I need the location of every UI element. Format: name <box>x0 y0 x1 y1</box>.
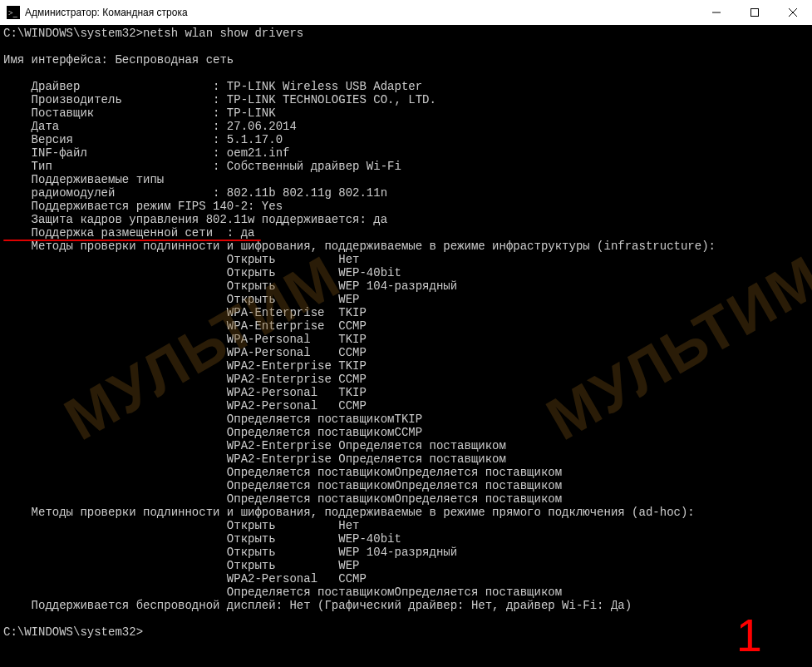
adhoc-line: WPA2-Personal CCMP <box>3 572 367 585</box>
field-inf: INF-файл : oem21.inf <box>3 146 289 160</box>
titlebar[interactable]: >_ Администратор: Командная строка <box>0 0 812 25</box>
close-button[interactable] <box>774 0 812 25</box>
infra-line: WPA-Enterprise CCMP <box>3 319 367 333</box>
infra-line: WPA2-Personal CCMP <box>3 399 367 413</box>
adhoc-line: Открыть WEP <box>3 559 359 572</box>
infra-line: Определяется поставщикомCCMP <box>3 426 422 439</box>
infra-line: WPA2-Enterprise Определяется поставщиком <box>3 439 506 452</box>
field-provider: Поставщик : TP-LINK <box>3 106 276 120</box>
infra-line: Определяется поставщикомTKIP <box>3 413 422 426</box>
watermark: МУЛЬТИМ <box>549 265 812 429</box>
infra-line: Определяется поставщикомОпределяется пос… <box>3 492 562 506</box>
field-date: Дата : 27.06.2014 <box>3 120 297 133</box>
infra-line: Определяется поставщикомОпределяется пос… <box>3 466 562 479</box>
infra-line: Открыть WEP 104-разрядный <box>3 279 457 293</box>
infra-line: WPA2-Enterprise Определяется поставщиком <box>3 452 506 466</box>
field-radios-label: Поддерживаемые типы <box>3 173 164 186</box>
infra-line: Открыть WEP <box>3 293 359 306</box>
infra-header: Методы проверки подлинности и шифрования… <box>3 240 716 253</box>
step-number-overlay: 1 <box>736 629 762 642</box>
wireless-display-line: Поддерживается беспроводной дисплей: Нет… <box>3 599 632 612</box>
adhoc-line: Открыть WEP-40bit <box>3 532 401 546</box>
infra-line: WPA-Personal CCMP <box>3 346 367 359</box>
adhoc-line: Открыть WEP 104-разрядный <box>3 546 457 559</box>
window-title: Администратор: Командная строка <box>25 7 188 18</box>
adhoc-line: Определяется поставщикомОпределяется пос… <box>3 585 562 599</box>
infra-line: WPA-Enterprise TKIP <box>3 306 367 319</box>
field-type: Тип : Собственный драйвер Wi-Fi <box>3 160 401 173</box>
field-fips: Поддерживается режим FIPS 140-2: Yes <box>3 200 283 213</box>
svg-rect-3 <box>751 9 759 17</box>
maximize-button[interactable] <box>736 0 774 25</box>
infra-line: Открыть WEP-40bit <box>3 266 401 279</box>
infra-line: WPA-Personal TKIP <box>3 333 367 346</box>
infra-line: WPA2-Personal TKIP <box>3 386 367 399</box>
field-version: Версия : 5.1.17.0 <box>3 133 283 146</box>
infra-line: Открыть Нет <box>3 253 359 266</box>
interface-line: Имя интерфейса: Беспроводная сеть <box>3 53 234 67</box>
field-hosted-network: Поддержка размещенной сети : да <box>3 226 254 240</box>
infra-line: WPA2-Enterprise TKIP <box>3 359 367 373</box>
field-vendor: Производитель : TP-LINK TECHNOLOGIES CO.… <box>3 93 436 106</box>
svg-text:>_: >_ <box>8 8 18 17</box>
terminal-output[interactable]: C:\WINDOWS\system32>netsh wlan show driv… <box>0 25 812 667</box>
highlight-underline <box>3 240 261 241</box>
command-text: netsh wlan show drivers <box>143 27 303 40</box>
adhoc-line: Открыть Нет <box>3 519 359 532</box>
cursor <box>143 627 150 639</box>
infra-line: Определяется поставщикомОпределяется пос… <box>3 479 562 492</box>
adhoc-header: Методы проверки подлинности и шифрования… <box>3 506 695 519</box>
field-driver: Драйвер : TP-LINK Wireless USB Adapter <box>3 80 422 93</box>
prompt: C:\WINDOWS\system32> <box>3 27 143 40</box>
prompt: C:\WINDOWS\system32> <box>3 625 143 639</box>
cmd-icon: >_ <box>7 6 20 19</box>
infra-line: WPA2-Enterprise CCMP <box>3 373 367 386</box>
cmd-window: >_ Администратор: Командная строка C:\WI… <box>0 0 812 667</box>
field-mgmt-frame: Защита кадров управления 802.11w поддерж… <box>3 213 387 226</box>
field-radios-value: радиомодулей : 802.11b 802.11g 802.11n <box>3 186 387 200</box>
minimize-button[interactable] <box>697 0 736 25</box>
